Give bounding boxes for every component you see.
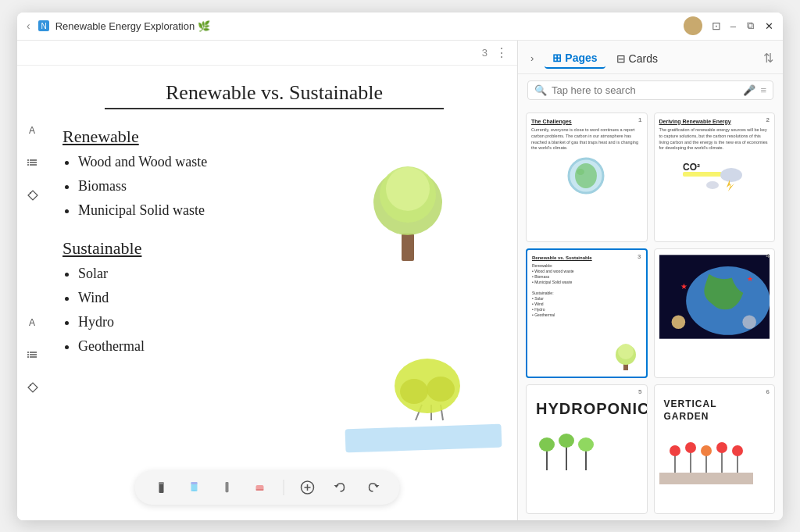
- svg-point-66: [578, 437, 594, 452]
- search-input[interactable]: [552, 84, 738, 96]
- microphone-icon[interactable]: 🎤: [743, 84, 755, 96]
- tab-pages[interactable]: ⊞ Pages: [545, 48, 605, 69]
- text-tool-button-2[interactable]: A: [22, 311, 44, 333]
- svg-text:N: N: [41, 22, 46, 30]
- list-tool-button-2[interactable]: [22, 344, 44, 366]
- svg-rect-37: [256, 489, 264, 491]
- page-number: 3: [482, 47, 488, 59]
- svg-point-6: [27, 159, 29, 161]
- maximize-button[interactable]: ⧉: [747, 20, 754, 32]
- cards-tab-icon: ⊟: [616, 52, 626, 65]
- svg-text:★: ★: [747, 275, 753, 283]
- notebook-area: 3 ⋮ A: [17, 41, 517, 520]
- drawing-toolbar: [135, 470, 400, 505]
- window-controls: – ⧉ ✕: [730, 20, 773, 32]
- page-thumb-6[interactable]: VERTICAL GARDEN: [654, 384, 776, 514]
- bush-drawing: [384, 348, 470, 427]
- svg-point-49: [720, 168, 742, 182]
- page-thumb-5[interactable]: HYDROPONICS 5: [526, 384, 648, 514]
- svg-point-44: [575, 163, 597, 188]
- svg-point-17: [30, 384, 31, 386]
- list-tool-button[interactable]: [22, 152, 44, 173]
- more-options-icon[interactable]: ⋮: [495, 45, 508, 60]
- page-2-number: 2: [766, 116, 770, 123]
- svg-point-69: [670, 445, 680, 456]
- redo-button[interactable]: [362, 477, 384, 498]
- page-5-number: 5: [638, 388, 641, 395]
- page-thumb-2[interactable]: Deriving Renewable Energy The gratificat…: [654, 112, 776, 242]
- svg-point-77: [732, 445, 743, 456]
- page-4-content: ★ ★: [655, 249, 775, 346]
- list-item: Wind: [78, 287, 486, 309]
- pencil-tool[interactable]: [151, 477, 173, 498]
- svg-point-75: [716, 442, 727, 453]
- window-title: Renewable Energy Exploration 🌿: [55, 20, 684, 32]
- filter-icon[interactable]: ≡: [760, 84, 766, 96]
- svg-point-64: [559, 434, 574, 448]
- svg-point-16: [27, 356, 29, 358]
- page-2-title: Deriving Renewable Energy: [659, 118, 770, 126]
- svg-point-15: [27, 354, 29, 355]
- brush-stroke: [345, 423, 502, 452]
- undo-button[interactable]: [330, 477, 352, 498]
- svg-text:A: A: [29, 317, 35, 328]
- svg-point-21: [386, 167, 430, 211]
- pages-tab-icon: ⊞: [552, 52, 562, 64]
- main-content: 3 ⋮ A: [17, 41, 783, 520]
- cards-tab-label: Cards: [629, 52, 658, 65]
- search-bar: 🔍 🎤 ≡: [527, 80, 773, 100]
- svg-point-45: [577, 169, 584, 175]
- page-6-number: 6: [766, 388, 770, 395]
- renewable-heading: Renewable: [62, 127, 486, 147]
- add-tool[interactable]: [297, 477, 319, 498]
- page-6-content: VERTICAL GARDEN: [655, 385, 775, 491]
- svg-rect-30: [159, 482, 164, 484]
- svg-point-59: [671, 315, 685, 329]
- page-3-content: Renewable vs. Sustainable Renewable: • W…: [527, 250, 646, 344]
- list-item: Hydro: [78, 312, 486, 333]
- page-thumb-4[interactable]: ★ ★ 4: [654, 248, 776, 378]
- highlighter-tool[interactable]: [184, 477, 205, 498]
- svg-point-27: [427, 377, 455, 402]
- vertical-garden-label: VERTICAL GARDEN: [659, 390, 770, 426]
- app-icon: N: [37, 19, 51, 33]
- eraser-tool[interactable]: [249, 477, 271, 498]
- page-thumb-1[interactable]: The Challenges Currently, everyone is cl…: [526, 112, 648, 242]
- search-right-icons: 🎤 ≡: [743, 84, 766, 96]
- tag-tool-button-2[interactable]: [22, 377, 44, 398]
- page-thumb-3[interactable]: Renewable vs. Sustainable Renewable: • W…: [526, 248, 648, 378]
- sidebar: › ⊞ Pages ⊟ Cards ⇅ 🔍 🎤 ≡: [517, 41, 783, 520]
- svg-point-7: [27, 162, 29, 163]
- sort-icon[interactable]: ⇅: [763, 51, 773, 66]
- page-1-title: The Challenges: [531, 118, 642, 126]
- svg-point-71: [685, 442, 696, 453]
- page-1-number: 1: [638, 116, 641, 123]
- pages-tab-label: Pages: [565, 52, 597, 64]
- notebook-header: 3 ⋮: [17, 41, 517, 66]
- hydroponics-label: HYDROPONICS: [531, 390, 642, 421]
- page-1-body: Currently, everyone is close to word con…: [531, 127, 642, 152]
- app-window: ‹ N Renewable Energy Exploration 🌿 ⊡ – ⧉…: [17, 12, 783, 520]
- page-3-body: Renewable: • Wood and wood waste • Bioma…: [532, 263, 641, 318]
- tag-tool-button[interactable]: [22, 184, 44, 206]
- pen-tool[interactable]: [216, 477, 238, 498]
- minimize-button[interactable]: –: [730, 20, 736, 32]
- svg-marker-42: [375, 485, 380, 487]
- sidebar-tabs: › ⊞ Pages ⊟ Cards ⇅: [518, 41, 783, 74]
- close-button[interactable]: ✕: [765, 20, 773, 32]
- back-button[interactable]: ‹: [27, 20, 30, 32]
- svg-rect-33: [191, 482, 198, 484]
- svg-text:A: A: [29, 125, 35, 136]
- left-tools: A: [17, 112, 48, 405]
- page-2-body: The gratification of renewable energy so…: [659, 127, 770, 152]
- co2-area: CO²: [659, 158, 770, 198]
- svg-point-54: [618, 344, 634, 359]
- page-title: Renewable vs. Sustainable: [105, 81, 444, 109]
- text-tool-button[interactable]: A: [22, 119, 44, 141]
- toolbar-separator: [284, 480, 284, 495]
- restore-button[interactable]: ⊡: [712, 20, 721, 32]
- sidebar-collapse-button[interactable]: ›: [527, 51, 537, 66]
- page-1-content: The Challenges Currently, everyone is cl…: [527, 113, 647, 207]
- pages-grid: The Challenges Currently, everyone is cl…: [518, 106, 783, 520]
- tab-cards[interactable]: ⊟ Cards: [609, 49, 666, 68]
